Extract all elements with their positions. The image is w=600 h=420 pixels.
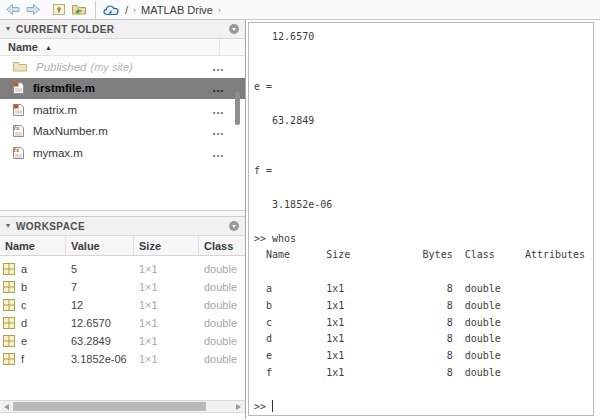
current-folder-panel: ▾ CURRENT FOLDER Name ▲ Published (my si… [0,20,245,210]
cloud-drive-icon[interactable] [103,2,120,17]
variable-size: 1×1 [134,353,199,365]
variable-row-b[interactable]: b 7 1×1 double [0,278,245,296]
new-folder-icon[interactable] [70,2,87,17]
column-spacer [219,39,245,55]
top-toolbar: / › MATLAB Drive › [0,0,600,20]
scrollbar-track[interactable] [13,401,232,412]
name-column-label: Name [8,41,38,53]
variable-row-c[interactable]: c 12 1×1 double [0,296,245,314]
function-file-icon: fx [12,124,25,138]
scroll-left-button[interactable] [0,401,13,412]
command-window[interactable]: 12.6570 e = 63.2849 f = 3.1852e-06 >> wh… [248,22,594,416]
script-file-icon [12,103,25,117]
variable-value: 12 [66,299,134,311]
function-file-icon: fx [12,146,25,160]
matrix-variable-icon [3,281,15,293]
breadcrumb-root[interactable]: / [125,4,128,16]
sort-ascending-icon: ▲ [45,44,52,51]
panel-minimize-button[interactable] [229,221,239,231]
vertical-scrollbar-thumb[interactable] [235,92,240,125]
variable-size: 1×1 [134,263,199,275]
variable-value: 12.6570 [66,317,134,329]
variable-row-a[interactable]: a 5 1×1 double [0,260,245,278]
variable-name: c [21,299,27,311]
folder-icon [12,60,28,73]
col-header-size[interactable]: Size [134,236,199,255]
variable-class: double [199,317,245,329]
variable-size: 1×1 [134,317,199,329]
variable-class: double [199,299,245,311]
panel-minimize-button[interactable] [229,24,239,34]
matrix-variable-icon [3,335,15,347]
workspace-title: WORKSPACE [16,221,85,232]
variable-class: double [199,263,245,275]
col-header-name[interactable]: Name [0,236,66,255]
col-header-value[interactable]: Value [66,236,134,255]
scroll-right-icon [236,404,241,410]
workspace-column-headers: Name Value Size Class [0,236,245,256]
workspace-empty-area [0,368,245,400]
command-window-area: 12.6570 e = 63.2849 f = 3.1852e-06 >> wh… [246,20,600,419]
variable-value: 5 [66,263,134,275]
up-one-level-icon[interactable] [50,2,67,17]
variable-name: e [21,335,27,347]
file-menu-dots-icon[interactable]: … [212,149,225,157]
file-row-published[interactable]: Published (my site) … [0,56,245,78]
file-row-matrix[interactable]: matrix.m … [0,99,245,121]
matrix-variable-icon [3,263,15,275]
text-cursor [272,400,273,412]
matrix-variable-icon [3,317,15,329]
back-arrow-icon[interactable] [4,2,21,17]
chevron-right-icon: › [218,5,221,15]
scroll-right-button[interactable] [232,401,245,412]
collapse-triangle-icon[interactable]: ▾ [6,222,10,230]
variable-name: f [21,353,24,365]
variable-row-e[interactable]: e 63.2849 1×1 double [0,332,245,350]
file-name: matrix.m [33,104,77,116]
variable-name: b [21,281,27,293]
breadcrumb-matlab-drive[interactable]: MATLAB Drive [141,4,213,16]
workspace-rows: a 5 1×1 double b 7 1×1 [0,256,245,368]
file-name: Published [36,61,87,73]
workspace-bottom-margin [0,413,245,419]
variable-class: double [199,281,245,293]
collapse-triangle-icon[interactable]: ▾ [6,25,10,33]
scroll-left-icon [4,404,9,410]
workspace-header: ▾ WORKSPACE [0,217,245,236]
command-window-output: 12.6570 e = 63.2849 f = 3.1852e-06 >> wh… [249,23,593,415]
variable-value: 3.1852e-06 [66,353,134,365]
file-name: MaxNumber.m [33,125,108,137]
file-menu-dots-icon[interactable]: … [212,63,225,71]
variable-size: 1×1 [134,281,199,293]
chevron-right-icon: › [133,5,136,15]
panel-divider[interactable] [0,210,245,217]
file-menu-dots-icon[interactable]: … [212,84,225,92]
file-row-firstmfile[interactable]: firstmfile.m … [0,78,245,100]
file-menu-dots-icon[interactable]: … [212,127,225,135]
file-row-maxnumber[interactable]: fx MaxNumber.m … [0,121,245,143]
breadcrumb: / › MATLAB Drive › [95,1,221,19]
col-header-class[interactable]: Class [199,236,245,255]
variable-value: 63.2849 [66,335,134,347]
variable-row-f[interactable]: f 3.1852e-06 1×1 double [0,350,245,368]
current-folder-header: ▾ CURRENT FOLDER [0,20,245,39]
forward-arrow-icon[interactable] [24,2,41,17]
left-sidebar: ▾ CURRENT FOLDER Name ▲ Published (my si… [0,20,246,419]
console-text: 12.6570 e = 63.2849 f = 3.1852e-06 >> wh… [254,31,585,412]
file-name: firstmfile.m [33,82,95,94]
name-column-header[interactable]: Name ▲ [0,39,245,56]
matrix-variable-icon [3,353,15,365]
file-name: mymax.m [33,147,83,159]
variable-class: double [199,335,245,347]
variable-class: double [199,353,245,365]
variable-size: 1×1 [134,299,199,311]
horizontal-scrollbar-thumb[interactable] [13,402,206,411]
variable-name: d [21,317,27,329]
horizontal-scrollbar[interactable] [0,400,245,413]
variable-name: a [21,263,27,275]
matrix-variable-icon [3,299,15,311]
file-suffix: (my site) [91,61,133,73]
file-menu-dots-icon[interactable]: … [212,106,225,114]
variable-row-d[interactable]: d 12.6570 1×1 double [0,314,245,332]
file-row-mymax[interactable]: fx mymax.m … [0,142,245,164]
